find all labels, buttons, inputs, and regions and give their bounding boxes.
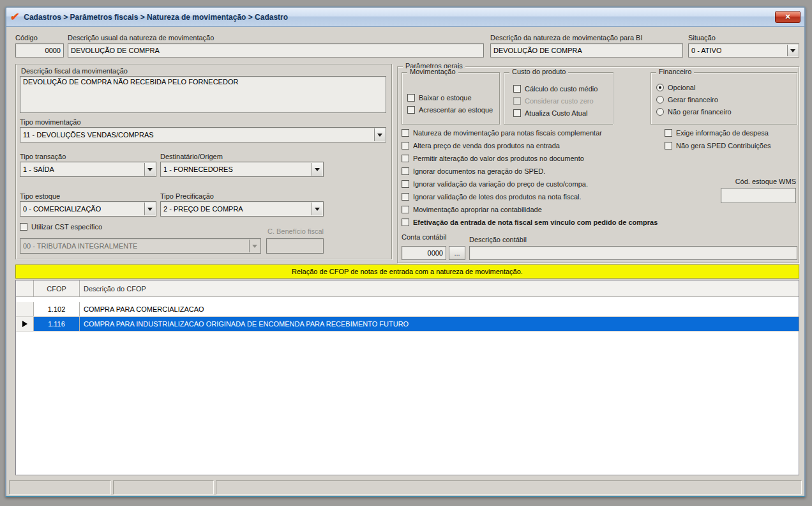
cod-estoque-wms-field[interactable] bbox=[721, 188, 796, 203]
checkbox-baixar-o-estoque[interactable]: Baixar o estoque bbox=[407, 93, 472, 102]
close-icon: ✕ bbox=[785, 13, 790, 21]
checkbox-label: Atualiza Custo Atual bbox=[525, 109, 587, 117]
custo-produto-caption: Custo do produto bbox=[509, 68, 568, 75]
codigo-label: Código bbox=[15, 34, 38, 42]
checkbox-movimentacao-apropriar-na-contabilidade[interactable]: Movimentação apropriar na contabilidade bbox=[402, 205, 542, 214]
cell-descricao: COMPRA PARA COMERCIALIZACAO bbox=[80, 302, 799, 316]
radio-opcional[interactable]: Opcional bbox=[656, 83, 695, 92]
cell-cfop: 1.102 bbox=[34, 302, 80, 316]
cfop-grid[interactable]: CFOP Descrição do CFOP 1.102COMPRA PARA … bbox=[15, 280, 799, 475]
grid-header: CFOP Descrição do CFOP bbox=[16, 280, 799, 297]
radio-circle bbox=[656, 84, 664, 91]
checkbox-label: Não gera SPED Contribuições bbox=[676, 142, 771, 150]
checkbox-label: Acrescentar ao estoque bbox=[419, 106, 493, 114]
checkbox-ignorar-validacao-da-variacao-do-preco-d[interactable]: Ignorar validação da variação do preço d… bbox=[402, 180, 588, 188]
radio-circle bbox=[656, 108, 664, 116]
checkbox-box bbox=[402, 193, 409, 201]
checkbox-box bbox=[665, 142, 672, 150]
destinatario-label: Destinatário/Origem bbox=[160, 153, 223, 160]
checkbox-calculo-do-custo-medio[interactable]: Cálculo do custo médio bbox=[513, 84, 598, 93]
grid-rows: 1.102COMPRA PARA COMERCIALIZACAO1.116COM… bbox=[16, 302, 799, 332]
radio-circle bbox=[656, 96, 664, 103]
checkbox-nao-gera-sped-contribuicoes[interactable]: Não gera SPED Contribuições bbox=[665, 141, 771, 150]
status-panel bbox=[216, 480, 802, 494]
descricao-usual-field[interactable]: DEVOLUÇÃO DE COMPRA bbox=[68, 43, 484, 57]
checkbox-ignorar-documentos-na-geracao-do-sped[interactable]: Ignorar documentos na geração do SPED. bbox=[402, 167, 545, 176]
codigo-field[interactable]: 0000 bbox=[15, 43, 64, 57]
descricao-bi-label: Descrição da natureza de movimentação pa… bbox=[490, 34, 642, 42]
financeiro-groupbox: Financeiro OpcionalGerar financeiroNão g… bbox=[650, 72, 797, 125]
checkbox-box bbox=[407, 106, 415, 114]
cst-combo: 00 - TRIBUTADA INTEGRALMENTE bbox=[20, 238, 261, 254]
checkbox-box bbox=[402, 155, 409, 162]
checkbox-acrescentar-ao-estoque[interactable]: Acrescentar ao estoque bbox=[407, 105, 493, 114]
chevron-down-icon[interactable] bbox=[312, 203, 322, 215]
checkbox-label: Ignorar validação de lotes dos produtos … bbox=[413, 193, 582, 201]
parametros-gerais-groupbox: Parâmetros gerais Movimentação Baixar o … bbox=[397, 66, 799, 263]
table-row[interactable]: 1.116COMPRA PARA INDUSTRIALIZACAO ORIGIN… bbox=[16, 317, 799, 332]
checkbox-efetivacao-da-entrada-de-nota-fiscal-sem[interactable]: Efetivação da entrada de nota fiscal sem… bbox=[402, 218, 658, 227]
situacao-combo[interactable]: 0 - ATIVO bbox=[688, 43, 799, 57]
checkbox-box bbox=[20, 223, 27, 231]
form-client-area: Código 0000 Descrição usual da natureza … bbox=[6, 27, 804, 496]
chevron-down-icon[interactable] bbox=[787, 45, 798, 56]
tipo-estoque-combo[interactable]: 0 - COMERCIALIZAÇÃO bbox=[20, 201, 156, 217]
tipo-transacao-combo[interactable]: 1 - SAÍDA bbox=[20, 162, 156, 177]
checkbox-label: Efetivação da entrada de nota fiscal sem… bbox=[413, 218, 658, 226]
tipo-precificacao-combo[interactable]: 2 - PREÇO DE COMPRA bbox=[160, 201, 324, 217]
chevron-down-icon[interactable] bbox=[144, 163, 155, 176]
beneficio-fiscal-field bbox=[266, 238, 324, 254]
descricao-contabil-field[interactable] bbox=[469, 246, 797, 260]
descricao-contabil-label: Descrição contábil bbox=[469, 236, 527, 243]
checkbox-label: Movimentação apropriar na contabilidade bbox=[413, 206, 542, 213]
checkbox-label: Ignorar documentos na geração do SPED. bbox=[413, 167, 545, 175]
close-button[interactable]: ✕ bbox=[775, 11, 801, 23]
tipo-movimentacao-combo[interactable]: 11 - DEVOLUÇÕES VENDAS/COMPRAS bbox=[20, 127, 386, 142]
descricao-fiscal-textarea[interactable]: DEVOLUÇÃO DE COMPRA NÃO RECEBIDA PELO FO… bbox=[20, 76, 386, 113]
radio-nao-gerar-financeiro[interactable]: Não gerar financeiro bbox=[656, 107, 732, 116]
checkbox-label: Gerar financeiro bbox=[668, 96, 718, 103]
radio-gerar-financeiro[interactable]: Gerar financeiro bbox=[656, 95, 718, 104]
checkbox-box bbox=[407, 94, 415, 102]
conta-contabil-field[interactable]: 0000 bbox=[402, 246, 446, 260]
chevron-down-icon[interactable] bbox=[374, 128, 385, 141]
checkbox-box bbox=[402, 167, 409, 175]
app-logo-check-icon: ✔ bbox=[10, 12, 20, 22]
grid-header-indicator bbox=[16, 280, 34, 296]
descricao-fiscal-label: Descrição fiscal da movimentação bbox=[21, 67, 128, 75]
row-indicator bbox=[16, 317, 34, 331]
cell-cfop: 1.116 bbox=[34, 317, 80, 331]
tipo-movimentacao-label: Tipo movimentação bbox=[20, 118, 81, 126]
checkbox-box bbox=[402, 142, 409, 150]
checkbox-atualiza-custo-atual[interactable]: Atualiza Custo Atual bbox=[513, 109, 587, 118]
checkbox-label: Altera preço de venda dos produtos na en… bbox=[413, 142, 560, 150]
checkbox-natureza-de-movimentacao-para-notas-fisc[interactable]: Natureza de movimentação para notas fisc… bbox=[402, 128, 602, 137]
checkbox-altera-preco-de-venda-dos-produtos-na-en[interactable]: Altera preço de venda dos produtos na en… bbox=[402, 141, 560, 150]
chevron-down-icon[interactable] bbox=[312, 163, 322, 176]
checkbox-box bbox=[513, 109, 521, 117]
conta-contabil-browse-button[interactable]: ... bbox=[449, 246, 465, 260]
tipo-estoque-label: Tipo estoque bbox=[20, 192, 60, 200]
table-row[interactable]: 1.102COMPRA PARA COMERCIALIZACAO bbox=[16, 302, 799, 317]
utilizar-cst-checkbox[interactable]: Utilizar CST específico bbox=[20, 222, 102, 231]
checkbox-label: Ignorar validação da variação do preço d… bbox=[413, 180, 588, 188]
current-row-arrow-icon bbox=[22, 321, 27, 327]
tipo-transacao-label: Tipo transação bbox=[20, 153, 66, 160]
descricao-usual-label: Descrição usual da natureza de movimenta… bbox=[68, 34, 214, 42]
checkbox-exige-informacao-de-despesa[interactable]: Exige informação de despesa bbox=[665, 128, 769, 137]
grid-spacer bbox=[16, 297, 799, 302]
chevron-down-icon bbox=[249, 240, 260, 252]
checkbox-ignorar-validacao-de-lotes-dos-produtos-[interactable]: Ignorar validação de lotes dos produtos … bbox=[402, 192, 582, 201]
grid-header-descricao: Descrição do CFOP bbox=[80, 280, 799, 296]
status-bar bbox=[8, 479, 803, 496]
checkbox-label: Baixar o estoque bbox=[419, 94, 472, 102]
title-bar[interactable]: ✔ Cadastros > Parâmetros fiscais > Natur… bbox=[6, 8, 804, 27]
destinatario-combo[interactable]: 1 - FORNECEDORES bbox=[160, 162, 324, 177]
descricao-bi-field[interactable]: DEVOLUÇÃO DE COMPRA bbox=[490, 43, 683, 57]
checkbox-box bbox=[402, 206, 409, 213]
app-window: ✔ Cadastros > Parâmetros fiscais > Natur… bbox=[5, 6, 806, 497]
checkbox-label: Exige informação de despesa bbox=[676, 129, 769, 137]
chevron-down-icon[interactable] bbox=[144, 203, 155, 215]
checkbox-permitir-alteracao-do-valor-dos-produtos[interactable]: Permitir alteração do valor dos produtos… bbox=[402, 154, 584, 163]
checkbox-considerar-custo-zero: Considerar custo zero bbox=[513, 96, 594, 105]
